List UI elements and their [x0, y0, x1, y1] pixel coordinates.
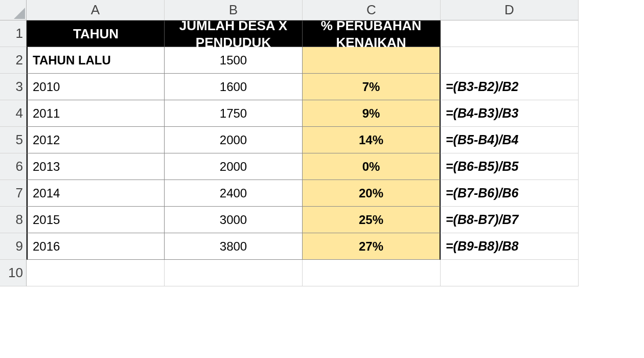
cell-D6[interactable]: =(B6-B5)/B5 [441, 153, 579, 180]
cell-D10[interactable] [441, 260, 579, 286]
cell-A5[interactable]: 2012 [27, 127, 165, 153]
cell-C1[interactable]: % PERUBAHAN KENAIKAN [303, 20, 441, 47]
cell-B5[interactable]: 2000 [165, 127, 303, 153]
cell-B10[interactable] [165, 260, 303, 286]
cell-C7[interactable]: 20% [303, 180, 441, 207]
row-header-1[interactable]: 1 [0, 20, 27, 47]
cell-C4[interactable]: 9% [303, 100, 441, 127]
cell-B7[interactable]: 2400 [165, 180, 303, 207]
cell-B6[interactable]: 2000 [165, 153, 303, 180]
cell-D1[interactable] [441, 20, 579, 47]
cell-C6[interactable]: 0% [303, 153, 441, 180]
cell-D2[interactable] [441, 47, 579, 74]
cell-A7[interactable]: 2014 [27, 180, 165, 207]
cell-B9[interactable]: 3800 [165, 233, 303, 260]
cell-A4[interactable]: 2011 [27, 100, 165, 127]
row-header-9[interactable]: 9 [0, 233, 27, 260]
cell-B3[interactable]: 1600 [165, 74, 303, 100]
cell-C9[interactable]: 27% [303, 233, 441, 260]
row-header-5[interactable]: 5 [0, 127, 27, 153]
cell-B4[interactable]: 1750 [165, 100, 303, 127]
col-header-A[interactable]: A [27, 0, 165, 20]
cell-A8[interactable]: 2015 [27, 207, 165, 233]
row-header-3[interactable]: 3 [0, 74, 27, 100]
cell-C10[interactable] [303, 260, 441, 286]
cell-D8[interactable]: =(B8-B7)/B7 [441, 207, 579, 233]
row-header-10[interactable]: 10 [0, 260, 27, 286]
cell-C8[interactable]: 25% [303, 207, 441, 233]
cell-B1[interactable]: JUMLAH DESA X PENDUDUK [165, 20, 303, 47]
select-all-corner[interactable] [0, 0, 27, 20]
cell-C2[interactable] [303, 47, 441, 74]
row-header-2[interactable]: 2 [0, 47, 27, 74]
spreadsheet-grid: A B C D 1 TAHUN JUMLAH DESA X PENDUDUK %… [0, 0, 644, 286]
cell-A10[interactable] [27, 260, 165, 286]
cell-A9[interactable]: 2016 [27, 233, 165, 260]
row-header-6[interactable]: 6 [0, 153, 27, 180]
cell-D4[interactable]: =(B4-B3)/B3 [441, 100, 579, 127]
cell-A1[interactable]: TAHUN [27, 20, 165, 47]
cell-A3[interactable]: 2010 [27, 74, 165, 100]
cell-C3[interactable]: 7% [303, 74, 441, 100]
cell-B8[interactable]: 3000 [165, 207, 303, 233]
cell-A6[interactable]: 2013 [27, 153, 165, 180]
cell-D3[interactable]: =(B3-B2)/B2 [441, 74, 579, 100]
cell-D7[interactable]: =(B7-B6)/B6 [441, 180, 579, 207]
row-header-4[interactable]: 4 [0, 100, 27, 127]
cell-B2[interactable]: 1500 [165, 47, 303, 74]
cell-C5[interactable]: 14% [303, 127, 441, 153]
cell-D5[interactable]: =(B5-B4)/B4 [441, 127, 579, 153]
cell-A2[interactable]: TAHUN LALU [27, 47, 165, 74]
row-header-8[interactable]: 8 [0, 207, 27, 233]
row-header-7[interactable]: 7 [0, 180, 27, 207]
col-header-D[interactable]: D [441, 0, 579, 20]
cell-D9[interactable]: =(B9-B8)/B8 [441, 233, 579, 260]
